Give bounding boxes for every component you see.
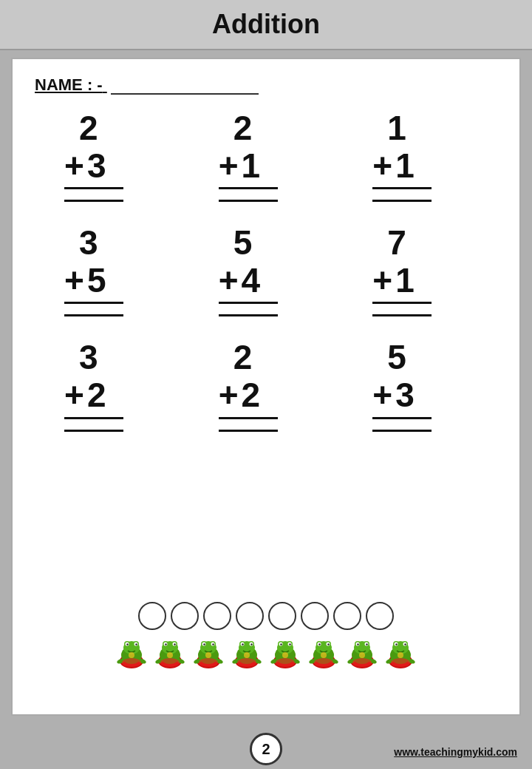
answer-line-6 <box>372 302 432 304</box>
answer-space-1 <box>64 200 123 202</box>
answer-space-7 <box>64 430 123 432</box>
problems-grid: 2 +3 2 +1 1 +1 3 +5 <box>35 109 497 432</box>
frog-2 <box>152 634 188 670</box>
svg-point-98 <box>395 643 397 645</box>
circle-8 <box>366 602 394 630</box>
svg-point-38 <box>199 658 218 667</box>
page-number: 2 <box>250 733 282 765</box>
svg-point-60 <box>289 643 290 645</box>
frog-5 <box>267 634 303 670</box>
bottom-section <box>13 602 519 670</box>
problem-top-9: 5 <box>387 339 406 376</box>
answer-space-8 <box>219 430 278 432</box>
frog-8 <box>383 634 418 670</box>
problem-7: 3 +2 <box>35 339 189 431</box>
svg-point-33 <box>203 643 205 645</box>
name-row: NAME : - <box>35 74 497 95</box>
name-label: NAME : - <box>35 75 103 94</box>
circle-6 <box>301 602 329 630</box>
svg-point-77 <box>314 658 333 667</box>
plus-sign-8: + <box>219 376 239 414</box>
answer-line-7 <box>64 417 123 419</box>
svg-point-59 <box>280 643 282 645</box>
name-line <box>111 74 259 95</box>
answer-line-9 <box>372 417 432 419</box>
plus-sign-6: + <box>372 262 392 299</box>
circle-5 <box>268 602 296 630</box>
problem-5: 5 +4 <box>189 224 344 316</box>
problem-1: 2 +3 <box>35 109 189 202</box>
header: Addition <box>0 0 532 50</box>
frog-6 <box>306 634 341 670</box>
plus-sign-2: + <box>219 147 239 185</box>
answer-line-1 <box>64 187 123 189</box>
svg-point-21 <box>174 643 175 645</box>
answer-space-4 <box>64 314 123 316</box>
answer-line-3 <box>372 187 432 189</box>
svg-point-9 <box>129 652 134 658</box>
problem-addend-2: +1 <box>219 147 260 185</box>
problem-top-6: 7 <box>387 224 406 262</box>
circle-2 <box>171 602 199 630</box>
plus-sign-4: + <box>64 262 84 299</box>
frog-3 <box>191 634 226 670</box>
svg-point-22 <box>167 652 173 658</box>
svg-point-87 <box>359 652 365 658</box>
frog-row <box>114 634 418 670</box>
plus-sign-3: + <box>372 147 392 185</box>
svg-point-47 <box>250 643 252 645</box>
svg-point-103 <box>391 658 410 667</box>
svg-point-20 <box>165 643 166 645</box>
circle-7 <box>333 602 361 630</box>
svg-point-99 <box>404 643 406 645</box>
answer-space-3 <box>372 200 432 202</box>
problem-addend-4: +5 <box>64 262 106 299</box>
svg-point-100 <box>398 652 403 658</box>
svg-point-46 <box>242 643 243 645</box>
problem-4: 3 +5 <box>35 224 189 316</box>
page-title: Addition <box>212 9 320 39</box>
frog-7 <box>344 634 380 670</box>
answer-space-5 <box>219 314 278 316</box>
svg-point-85 <box>357 643 358 645</box>
svg-point-8 <box>135 643 137 645</box>
problem-top-4: 3 <box>79 224 98 262</box>
problem-top-7: 3 <box>79 339 98 376</box>
problem-top-8: 2 <box>233 339 253 376</box>
circle-1 <box>138 602 166 630</box>
svg-point-48 <box>244 652 250 658</box>
answer-line-4 <box>64 302 123 304</box>
problem-top-1: 2 <box>79 109 98 147</box>
svg-point-7 <box>126 643 128 645</box>
svg-point-64 <box>276 658 295 667</box>
problem-addend-8: +2 <box>219 376 260 414</box>
problem-6: 7 +1 <box>343 224 497 316</box>
plus-sign-1: + <box>64 147 84 185</box>
problem-2: 2 +1 <box>189 109 344 202</box>
plus-sign-9: + <box>372 376 392 414</box>
problem-addend-1: +3 <box>64 147 106 185</box>
website-url: www.teachingmykid.com <box>394 746 517 758</box>
problem-addend-5: +4 <box>219 262 260 299</box>
problem-top-5: 5 <box>233 224 253 262</box>
svg-point-86 <box>366 643 367 645</box>
answer-space-2 <box>219 200 278 202</box>
problem-addend-6: +1 <box>372 262 414 299</box>
problem-addend-3: +1 <box>372 147 414 185</box>
svg-point-90 <box>352 658 372 667</box>
problem-3: 1 +1 <box>343 109 497 202</box>
plus-sign-5: + <box>219 262 239 299</box>
answer-line-8 <box>219 417 278 419</box>
circles-row <box>138 602 394 630</box>
footer: 2 www.teachingmykid.com <box>0 728 532 769</box>
problem-addend-9: +3 <box>372 376 414 414</box>
frog-1 <box>114 634 149 670</box>
circle-4 <box>236 602 264 630</box>
main-content: NAME : - 2 +3 2 +1 1 +1 3 <box>11 58 521 716</box>
svg-point-73 <box>327 643 329 645</box>
svg-point-12 <box>122 658 141 667</box>
problem-8: 2 +2 <box>189 339 344 431</box>
circle-3 <box>203 602 231 630</box>
svg-point-61 <box>282 652 288 658</box>
svg-point-51 <box>237 658 256 667</box>
